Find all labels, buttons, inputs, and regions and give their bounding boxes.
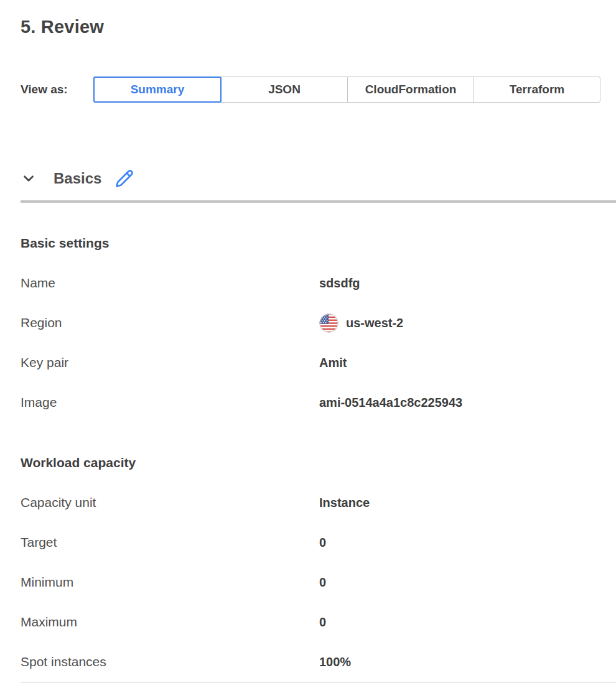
- workload-capacity-rows: Capacity unit Instance Target 0 Minimum …: [21, 483, 600, 682]
- view-as-row: View as: Summary JSON CloudFormation Ter…: [21, 77, 600, 103]
- basic-settings-rows: Name sdsdfg Region: [21, 263, 600, 422]
- view-as-cloudformation-button[interactable]: CloudFormation: [347, 77, 474, 103]
- us-flag-icon: [319, 314, 338, 333]
- region-value-text: us-west-2: [346, 316, 403, 330]
- basic-settings-heading: Basic settings: [21, 235, 600, 251]
- row-value: ami-0514a4a1c8c225943: [319, 396, 462, 410]
- summary-row-spot-instances: Spot instances 100%: [21, 642, 600, 682]
- row-value: us-west-2: [319, 314, 403, 333]
- row-label: Image: [21, 395, 319, 410]
- view-as-button-group: Summary JSON CloudFormation Terraform: [93, 77, 600, 103]
- view-as-label: View as:: [21, 83, 93, 96]
- view-as-json-button[interactable]: JSON: [221, 77, 348, 103]
- chevron-down-icon[interactable]: [21, 170, 37, 187]
- row-label: Capacity unit: [21, 495, 319, 510]
- row-value: 100%: [319, 655, 351, 669]
- page-title: 5. Review: [21, 16, 600, 37]
- row-value: 0: [319, 615, 326, 630]
- row-label: Spot instances: [21, 654, 319, 669]
- row-value: Instance: [319, 496, 370, 510]
- row-value: 0: [319, 536, 326, 550]
- row-value: sdsdfg: [319, 276, 360, 290]
- summary-row-image: Image ami-0514a4a1c8c225943: [21, 383, 600, 422]
- edit-basics-pencil-icon[interactable]: [115, 169, 134, 188]
- section-divider: [21, 200, 616, 203]
- summary-row-name: Name sdsdfg: [21, 263, 600, 303]
- review-step-page: 5. Review View as: Summary JSON CloudFor…: [0, 0, 616, 683]
- summary-row-keypair: Key pair Amit: [21, 343, 600, 383]
- row-value: 0: [319, 575, 326, 590]
- view-as-summary-button[interactable]: Summary: [93, 77, 222, 103]
- row-label: Target: [21, 535, 319, 550]
- view-as-terraform-button[interactable]: Terraform: [474, 77, 600, 103]
- summary-row-region: Region: [21, 303, 600, 343]
- row-label: Minimum: [21, 575, 319, 590]
- summary-row-target: Target 0: [21, 523, 600, 562]
- row-value: Amit: [319, 356, 347, 370]
- workload-capacity-heading: Workload capacity: [21, 455, 600, 471]
- summary-row-capacity-unit: Capacity unit Instance: [21, 483, 600, 523]
- summary-row-minimum: Minimum 0: [21, 562, 600, 602]
- summary-row-maximum: Maximum 0: [21, 602, 600, 642]
- row-label: Region: [21, 315, 319, 330]
- basics-section-title: Basics: [54, 170, 101, 187]
- basics-section-header[interactable]: Basics: [21, 168, 600, 189]
- row-label: Name: [21, 276, 319, 290]
- row-label: Key pair: [21, 355, 319, 370]
- row-label: Maximum: [21, 615, 319, 630]
